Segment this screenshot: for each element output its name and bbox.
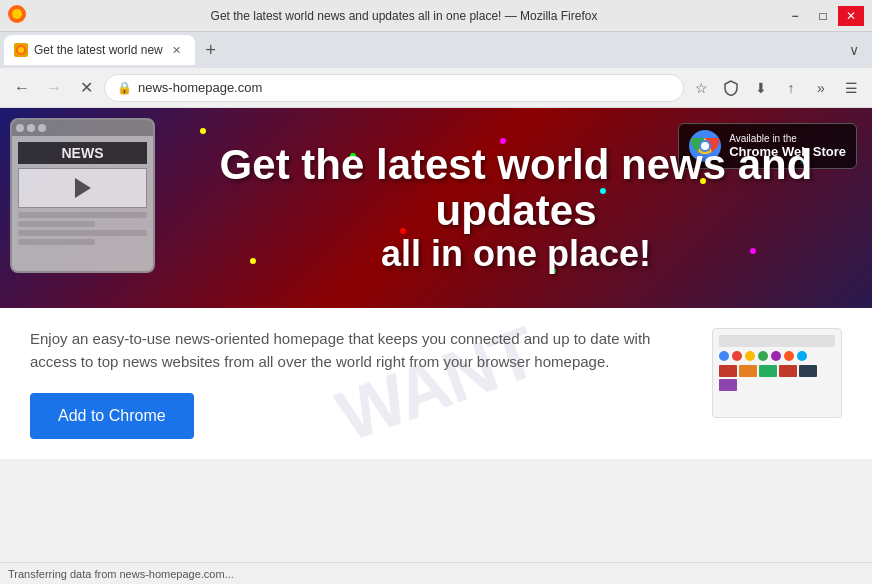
play-icon (75, 178, 91, 198)
address-bar[interactable]: 🔒 news-homepage.com (104, 74, 684, 102)
content-description: Enjoy an easy-to-use news-oriented homep… (30, 328, 692, 373)
preview-icon (745, 351, 755, 361)
news-play-area (18, 168, 147, 208)
svg-point-3 (18, 47, 24, 53)
preview-icons-row (713, 351, 841, 361)
preview-icon (784, 351, 794, 361)
preview-news-tile (739, 365, 757, 377)
tab-menu-button[interactable]: ∨ (840, 36, 868, 64)
preview-news-tile (779, 365, 797, 377)
back-button[interactable]: ← (8, 74, 36, 102)
hero-text: Get the latest world news and updates al… (220, 142, 813, 274)
newspaper-body: NEWS (12, 136, 153, 251)
newspaper-icon: NEWS (10, 118, 155, 273)
preview-news-tile (759, 365, 777, 377)
close-button[interactable]: ✕ (838, 6, 864, 26)
page-content: NEWS Get the latest world news and updat… (0, 108, 872, 562)
preview-news-tile (719, 365, 737, 377)
preview-news-tile (719, 379, 737, 391)
hero-headline-1: Get the latest world news and (220, 142, 813, 188)
preview-icon (719, 351, 729, 361)
url-text: news-homepage.com (138, 80, 671, 95)
firefox-icon (8, 5, 26, 27)
newspaper-header (12, 120, 153, 136)
preview-icon (771, 351, 781, 361)
statusbar: Transferring data from news-homepage.com… (0, 562, 872, 584)
news-line-short (18, 239, 95, 245)
below-hero-section: WANT Enjoy an easy-to-use news-oriented … (0, 308, 872, 459)
preview-search-bar (719, 335, 835, 347)
minimize-button[interactable]: − (782, 6, 808, 26)
security-icon: 🔒 (117, 81, 132, 95)
shield-button[interactable] (718, 75, 744, 101)
news-title: NEWS (18, 142, 147, 164)
preview-news-tile (799, 365, 817, 377)
reload-button[interactable]: ✕ (72, 74, 100, 102)
forward-button[interactable]: → (40, 74, 68, 102)
new-tab-button[interactable]: + (197, 36, 225, 64)
hero-headline-2: updates (220, 188, 813, 234)
tab-close-button[interactable]: ✕ (169, 42, 185, 58)
preview-image (712, 328, 842, 418)
download-button[interactable]: ⬇ (748, 75, 774, 101)
maximize-button[interactable]: □ (810, 6, 836, 26)
preview-icon (758, 351, 768, 361)
tabbar: Get the latest world new ✕ + ∨ (0, 32, 872, 68)
titlebar: Get the latest world news and updates al… (0, 0, 872, 32)
add-to-chrome-button[interactable]: Add to Chrome (30, 393, 194, 439)
active-tab[interactable]: Get the latest world new ✕ (4, 35, 195, 65)
preview-news-row (713, 365, 841, 391)
preview-icon (797, 351, 807, 361)
light-dot (200, 128, 206, 134)
news-line-short (18, 221, 95, 227)
news-line (18, 212, 147, 218)
hero-section: NEWS Get the latest world news and updat… (0, 108, 872, 308)
news-line (18, 230, 147, 236)
menu-button[interactable]: ☰ (838, 75, 864, 101)
window-controls: − □ ✕ (782, 6, 864, 26)
preview-icon (732, 351, 742, 361)
share-button[interactable]: ↑ (778, 75, 804, 101)
status-text: Transferring data from news-homepage.com… (8, 568, 234, 580)
content-row: Enjoy an easy-to-use news-oriented homep… (30, 328, 842, 439)
window-title: Get the latest world news and updates al… (34, 9, 774, 23)
news-lines (18, 212, 147, 245)
addressbar: ← → ✕ 🔒 news-homepage.com ☆ ⬇ ↑ » ☰ (0, 68, 872, 108)
bookmark-button[interactable]: ☆ (688, 75, 714, 101)
tab-favicon (14, 43, 28, 57)
tab-title: Get the latest world new (34, 43, 163, 57)
hero-headline-3: all in one place! (220, 234, 813, 274)
svg-point-1 (12, 9, 22, 19)
more-tools-button[interactable]: » (808, 75, 834, 101)
content-text: Enjoy an easy-to-use news-oriented homep… (30, 328, 692, 439)
